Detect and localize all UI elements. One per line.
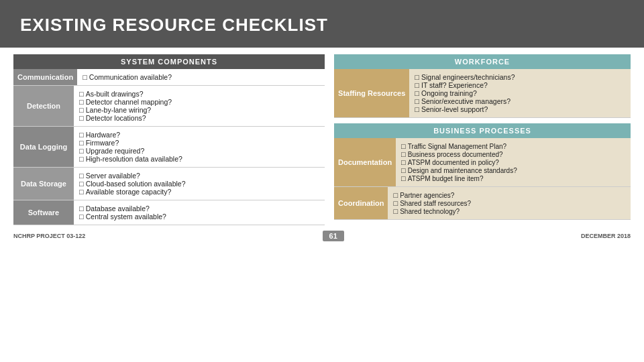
list-item: Ongoing training? <box>415 89 625 97</box>
list-item: Shared staff resources? <box>393 199 625 207</box>
row-label-data-logging: Data Logging <box>13 127 74 167</box>
list-item: Available storage capacity? <box>79 188 319 196</box>
list-item: Server available? <box>79 172 319 180</box>
list-item: Business process documented? <box>401 150 625 158</box>
coordination-label: Coordination <box>334 187 388 219</box>
row-label-software: Software <box>13 200 74 225</box>
list-item: Detector locations? <box>79 114 319 122</box>
footer-date: DECEMBER 2018 <box>581 233 631 239</box>
page-title: EXISTING RESOURCE CHECKLIST <box>20 15 624 36</box>
content-area: SYSTEM COMPONENTS Communication Communic… <box>0 48 644 229</box>
row-content-detection: As-built drawings? Detector channel mapp… <box>74 86 325 126</box>
list-item: High-resolution data available? <box>79 155 319 163</box>
table-row: Software Database available? Central sys… <box>13 200 325 225</box>
list-item: Signal engineers/technicians? <box>415 73 625 81</box>
list-item: Design and maintenance standards? <box>401 166 625 174</box>
table-row: Detection As-built drawings? Detector ch… <box>13 86 325 127</box>
coordination-content: Partner agencies? Shared staff resources… <box>388 187 631 219</box>
row-content-data-storage: Server available? Cloud-based solution a… <box>74 168 325 200</box>
system-components-header: SYSTEM COMPONENTS <box>13 54 325 69</box>
list-item: Lane-by-lane wiring? <box>79 106 319 114</box>
footer-project: NCHRP PROJECT 03-122 <box>13 233 85 239</box>
list-item: Central system available? <box>79 213 319 221</box>
table-row: Data Storage Server available? Cloud-bas… <box>13 168 325 200</box>
table-row: Communication Communication available? <box>13 69 325 86</box>
left-panel: SYSTEM COMPONENTS Communication Communic… <box>13 54 325 225</box>
bp-row-coordination: Coordination Partner agencies? Shared st… <box>334 187 631 220</box>
list-item: Hardware? <box>79 131 319 139</box>
staffing-resources-label: Staffing Resources <box>334 69 409 117</box>
page: EXISTING RESOURCE CHECKLIST SYSTEM COMPO… <box>0 0 644 362</box>
row-content-communication: Communication available? <box>77 69 325 85</box>
footer-page-number: 61 <box>323 231 344 241</box>
documentation-label: Documentation <box>334 138 396 186</box>
list-item: Upgrade required? <box>79 147 319 155</box>
list-item: Detector channel mapping? <box>79 98 319 106</box>
list-item: Cloud-based solution available? <box>79 180 319 188</box>
staffing-resources-content: Signal engineers/technicians? IT staff? … <box>409 69 631 117</box>
row-label-communication: Communication <box>13 69 77 85</box>
workforce-section: WORKFORCE Staffing Resources Signal engi… <box>334 54 631 118</box>
list-item: Senior-level support? <box>415 105 625 113</box>
list-item: ATSPM budget line item? <box>401 174 625 182</box>
right-panel: WORKFORCE Staffing Resources Signal engi… <box>334 54 631 225</box>
business-processes-header: BUSINESS PROCESSES <box>334 123 631 138</box>
header: EXISTING RESOURCE CHECKLIST <box>0 0 644 48</box>
documentation-content: Traffic Signal Management Plan? Business… <box>396 138 631 186</box>
list-item: Shared technology? <box>393 207 625 215</box>
list-item: IT staff? Experience? <box>415 81 625 89</box>
workforce-header: WORKFORCE <box>334 54 631 69</box>
row-label-data-storage: Data Storage <box>13 168 74 200</box>
bp-row-documentation: Documentation Traffic Signal Management … <box>334 138 631 187</box>
list-item: Senior/executive managers? <box>415 97 625 105</box>
list-item: Firmware? <box>79 139 319 147</box>
list-item: Traffic Signal Management Plan? <box>401 142 625 150</box>
workforce-row: Staffing Resources Signal engineers/tech… <box>334 69 631 118</box>
list-item: As-built drawings? <box>79 90 319 98</box>
footer: NCHRP PROJECT 03-122 61 DECEMBER 2018 <box>0 229 644 243</box>
list-item: ATSPM documented in policy? <box>401 158 625 166</box>
list-item: Database available? <box>79 204 319 213</box>
row-content-data-logging: Hardware? Firmware? Upgrade required? Hi… <box>74 127 325 167</box>
table-row: Data Logging Hardware? Firmware? Upgrade… <box>13 127 325 168</box>
row-content-software: Database available? Central system avail… <box>74 200 325 225</box>
list-item: Communication available? <box>83 73 319 81</box>
row-label-detection: Detection <box>13 86 74 126</box>
business-processes-section: BUSINESS PROCESSES Documentation Traffic… <box>334 118 631 220</box>
list-item: Partner agencies? <box>393 191 625 199</box>
